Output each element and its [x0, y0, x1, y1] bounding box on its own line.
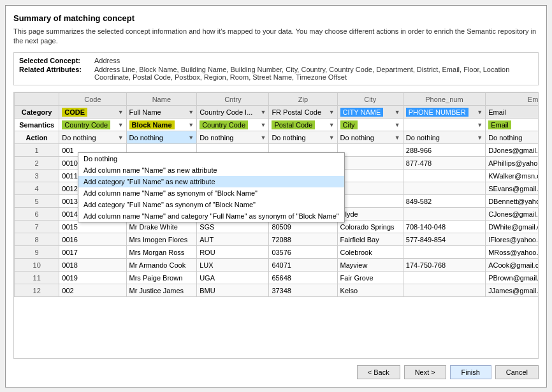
act-city-arrow[interactable]: ▼ [395, 134, 400, 141]
act-zip: Do nothing ▼ [269, 131, 337, 144]
row-cntry: UGA [197, 272, 269, 284]
back-button[interactable]: < Back [357, 365, 400, 379]
row-name: Mrs Imogen Flores [126, 233, 197, 246]
row-code: 0016 [59, 233, 126, 246]
row-phone [403, 182, 485, 195]
act-zip-arrow[interactable]: ▼ [329, 134, 335, 141]
row-name: Mr Justice James [126, 284, 197, 297]
row-email: IFlores@yahoo.c... 1980-0 [486, 233, 539, 246]
row-city [337, 170, 403, 182]
dropdown-item-5[interactable]: Add column name "Name" and category "Ful… [78, 210, 344, 222]
category-label: Category [15, 106, 59, 119]
cancel-button[interactable]: Cancel [495, 365, 539, 379]
row-phone [403, 284, 485, 297]
col-header-index [15, 93, 59, 106]
next-button[interactable]: Next > [404, 365, 446, 379]
data-table-container: Code Name Cntry Zip City Phone_num Email… [13, 92, 539, 358]
selected-concept-value: Address [94, 57, 533, 64]
col-header-code: Code [59, 93, 126, 106]
sem-zip: Postal Code ▼ [269, 119, 337, 131]
row-num: 4 [15, 182, 59, 195]
act-name-arrow[interactable]: ▼ [188, 134, 194, 141]
row-city: Colebrook [337, 246, 403, 259]
cat-city: CITY NAME ▼ [337, 106, 403, 119]
cat-phone-value: PHONE NUMBER [406, 108, 468, 117]
col-header-cntry: Cntry [197, 93, 269, 106]
row-city [337, 182, 403, 195]
row-zip: 03576 [269, 246, 337, 259]
act-cntry-arrow[interactable]: ▼ [260, 134, 266, 141]
act-email-value: Do nothing [488, 134, 522, 142]
col-header-email: Email [486, 93, 539, 106]
dropdown-item-3[interactable]: Add column name "Name" as synonym of "Bl… [78, 187, 344, 199]
cat-phone-arrow[interactable]: ▼ [477, 109, 483, 115]
act-name[interactable]: Do nothing ▼ [126, 131, 197, 144]
cat-email: Email ▼ [486, 106, 539, 119]
sem-city-value: City [340, 120, 358, 129]
act-phone-arrow[interactable]: ▼ [477, 134, 483, 141]
cat-name-arrow[interactable]: ▼ [188, 109, 194, 115]
sem-zip-arrow[interactable]: ▼ [329, 122, 335, 128]
col-header-zip: Zip [269, 93, 337, 106]
cat-name-value: Full Name [129, 108, 161, 116]
row-email: DJones@gmail.c... 1952-0 [486, 144, 539, 157]
row-name: Mr Armando Cook [126, 259, 197, 272]
row-name: Mrs Paige Brown [126, 272, 197, 284]
cat-code: CODE ▼ [59, 106, 126, 119]
table-row: 8 0016 Mrs Imogen Flores AUT 72088 Fairf… [15, 233, 539, 246]
row-phone: 577-849-854 [403, 233, 485, 246]
row-email: ACook@gmail.com 1953-1 [486, 259, 539, 272]
row-code: 0018 [59, 259, 126, 272]
row-num: 2 [15, 157, 59, 170]
act-phone-value: Do nothing [406, 134, 440, 142]
row-city: Kelso [337, 284, 403, 297]
row-phone: 877-478 [403, 157, 485, 170]
act-code-value: Do nothing [62, 134, 96, 142]
row-num: 12 [15, 284, 59, 297]
summary-dialog: Summary of matching concept This page su… [5, 5, 547, 388]
act-zip-value: Do nothing [272, 134, 305, 142]
dialog-description: This page summarizes the selected concep… [13, 27, 539, 47]
semantics-row: Semantics Country Code ▼ Block Name ▼ [15, 119, 539, 131]
table-row: 10 0018 Mr Armando Cook LUX 64071 Mayvie… [15, 259, 539, 272]
cat-city-arrow[interactable]: ▼ [395, 109, 400, 115]
row-phone [403, 272, 485, 284]
row-code: 002 [59, 284, 126, 297]
cat-city-value: CITY NAME [340, 108, 384, 117]
cat-code-arrow[interactable]: ▼ [118, 109, 124, 115]
selected-concept-label: Selected Concept: [19, 57, 89, 64]
sem-name-arrow[interactable]: ▼ [188, 122, 194, 128]
row-phone: 849-582 [403, 195, 485, 208]
sem-cntry: Country Code ▼ [197, 119, 269, 131]
table-row: 9 0017 Mrs Morgan Ross ROU 03576 Colebro… [15, 246, 539, 259]
related-attributes-label: Related Attributes: [19, 66, 89, 81]
row-email: APhillips@yaho... 1954-0 [486, 157, 539, 170]
act-city: Do nothing ▼ [337, 131, 403, 144]
sem-code: Country Code ▼ [59, 119, 126, 131]
act-code-arrow[interactable]: ▼ [118, 134, 124, 141]
cat-cntry-arrow[interactable]: ▼ [260, 109, 266, 115]
sem-city-arrow[interactable]: ▼ [395, 122, 400, 128]
action-dropdown-menu[interactable]: Do nothing Add column name "Name" as new… [78, 152, 345, 222]
act-city-value: Do nothing [340, 134, 374, 142]
sem-phone-arrow[interactable]: ▼ [477, 122, 483, 128]
finish-button[interactable]: Finish [450, 365, 491, 379]
row-phone: 288-966 [403, 144, 485, 157]
row-phone: 174-750-768 [403, 259, 485, 272]
dropdown-item-0[interactable]: Do nothing [78, 153, 344, 164]
dropdown-item-4[interactable]: Add category "Full Name" as synonym of "… [78, 199, 344, 210]
cat-cntry-value: Country Code I... [200, 108, 252, 116]
row-num: 11 [15, 272, 59, 284]
sem-code-arrow[interactable]: ▼ [118, 122, 124, 128]
sem-cntry-arrow[interactable]: ▼ [260, 122, 266, 128]
row-phone: 708-140-048 [403, 221, 485, 233]
row-email: MRoss@yahoo.c... 1964-0 [486, 246, 539, 259]
action-label: Action [15, 131, 59, 144]
dropdown-item-1[interactable]: Add column name "Name" as new attribute [78, 164, 344, 176]
row-code: 0019 [59, 272, 126, 284]
cat-zip-arrow[interactable]: ▼ [329, 109, 335, 115]
sem-name: Block Name ▼ [126, 119, 197, 131]
table-row: 12 002 Mr Justice James BMU 37348 Kelso … [15, 284, 539, 297]
table-row: 11 0019 Mrs Paige Brown UGA 65648 Fair G… [15, 272, 539, 284]
dropdown-item-2[interactable]: Add category "Full Name" as new attribut… [78, 176, 344, 187]
